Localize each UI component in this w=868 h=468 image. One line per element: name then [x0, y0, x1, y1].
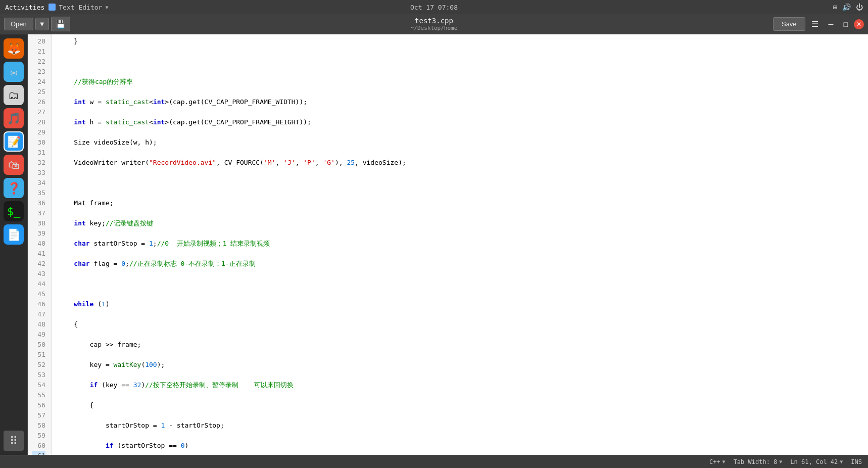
code-line-37: if (key == 32)//按下空格开始录制、暂停录制 可以来回切换	[58, 380, 862, 390]
editor-area[interactable]: 20 21 22 23 24 25 26 27 28 29 30 31 32 3…	[28, 34, 868, 455]
open-button[interactable]: Open	[4, 18, 33, 30]
sidebar-item-text-editor[interactable]: 📝	[4, 131, 24, 152]
line-num-21: 21	[32, 46, 45, 57]
code-line-20: }	[58, 36, 862, 46]
open-button-label: Open	[11, 20, 27, 28]
line-num-39: 39	[32, 228, 45, 239]
status-bar: C++ ▼ Tab Width: 8 ▼ Ln 61, Col 42 ▼ INS	[0, 455, 868, 468]
line-num-43: 43	[32, 269, 45, 279]
system-bar: Activities Text Editor ▼ Oct 17 07:08 ⊞ …	[0, 0, 868, 14]
tab-width-dropdown-arrow: ▼	[779, 459, 782, 464]
line-num-46: 46	[32, 299, 45, 309]
line-num-22: 22	[32, 57, 45, 67]
file-title: test3.cpp	[411, 17, 458, 25]
sidebar: 🦊 ✉ 🗂 🎵 📝 🛍 ❓ $_ 📄 ⠿	[0, 34, 28, 455]
line-num-58: 58	[32, 420, 45, 431]
power-icon[interactable]: ⏻	[856, 3, 863, 11]
line-num-37: 37	[32, 208, 45, 218]
line-num-31: 31	[32, 148, 45, 158]
line-num-57: 57	[32, 410, 45, 420]
line-num-50: 50	[32, 340, 45, 350]
code-area[interactable]: } //获得cap的分辨率 int w = static_cast<int>(c…	[52, 34, 868, 455]
system-bar-left: Activities Text Editor ▼	[5, 4, 108, 11]
sidebar-item-mail[interactable]: ✉	[4, 62, 24, 82]
code-line-21	[58, 57, 862, 67]
sidebar-item-store[interactable]: 🛍	[4, 155, 24, 175]
sidebar-item-writer[interactable]: 📄	[4, 224, 24, 245]
toolbar-left: Open ▼ 💾	[4, 17, 70, 31]
position-dropdown-arrow: ▼	[840, 459, 843, 464]
line-num-47: 47	[32, 309, 45, 319]
code-line-25: Size videoSize(w, h);	[58, 137, 862, 148]
tab-width-selector[interactable]: Tab Width: 8 ▼	[734, 458, 783, 465]
line-num-30: 30	[32, 137, 45, 148]
activities-button[interactable]: Activities	[5, 4, 44, 11]
line-num-35: 35	[32, 188, 45, 198]
toolbar-right: Save ☰ ─ □ ✕	[773, 17, 864, 31]
minimize-button[interactable]: ─	[825, 18, 838, 31]
tab-width-label: Tab Width: 8	[734, 458, 778, 465]
language-label: C++	[709, 458, 720, 465]
code-line-30: char startOrStop = 1;//0 开始录制视频；1 结束录制视频	[58, 239, 862, 249]
app-title-arrow[interactable]: ▼	[105, 5, 108, 10]
line-num-53: 53	[32, 370, 45, 380]
code-line-23: int w = static_cast<int>(cap.get(CV_CAP_…	[58, 97, 862, 107]
line-num-42: 42	[32, 259, 45, 269]
maximize-button[interactable]: □	[840, 18, 852, 31]
line-num-32: 32	[32, 158, 45, 168]
line-num-38: 38	[32, 218, 45, 228]
line-num-23: 23	[32, 67, 45, 77]
line-numbers: 20 21 22 23 24 25 26 27 28 29 30 31 32 3…	[28, 34, 52, 455]
close-button[interactable]: ✕	[854, 19, 864, 29]
code-line-39: startOrStop = 1 - startOrStop;	[58, 420, 862, 431]
line-num-20: 20	[32, 36, 45, 46]
line-num-25: 25	[32, 87, 45, 97]
line-num-41: 41	[32, 249, 45, 259]
save-to-disk-button[interactable]: 💾	[51, 17, 70, 31]
save-button[interactable]: Save	[773, 17, 805, 31]
sidebar-item-files[interactable]: 🗂	[4, 85, 24, 105]
code-line-33: while (1)	[58, 299, 862, 309]
line-num-61: 61	[32, 451, 45, 455]
line-num-60: 60	[32, 441, 45, 451]
system-tray: ⊞ 🔊 ⏻	[833, 3, 863, 11]
main-layout: 🦊 ✉ 🗂 🎵 📝 🛍 ❓ $_ 📄 ⠿ 20 21 22 23 24 25 2…	[0, 34, 868, 455]
audio-icon[interactable]: 🔊	[842, 3, 851, 11]
app-toolbar: Open ▼ 💾 test3.cpp ~/Desktop/home Save ☰…	[0, 14, 868, 34]
hamburger-menu-button[interactable]: ☰	[807, 17, 823, 31]
sidebar-item-firefox[interactable]: 🦊	[4, 38, 24, 59]
code-line-31: char flag = 0;//正在录制标志 0-不在录制；1-正在录制	[58, 259, 862, 269]
line-num-52: 52	[32, 360, 45, 370]
network-icon[interactable]: ⊞	[833, 3, 837, 11]
code-line-35: cap >> frame;	[58, 340, 862, 350]
code-line-38: {	[58, 400, 862, 410]
sidebar-item-help[interactable]: ❓	[4, 178, 24, 198]
line-num-55: 55	[32, 390, 45, 400]
datetime-display: Oct 17 07:08	[410, 4, 458, 11]
line-num-45: 45	[32, 289, 45, 299]
code-line-29: int key;//记录键盘按键	[58, 218, 862, 228]
code-line-40: if (startOrStop == 0)	[58, 441, 862, 451]
language-selector[interactable]: C++ ▼	[709, 458, 726, 465]
open-dropdown-button[interactable]: ▼	[35, 18, 49, 30]
line-num-44: 44	[32, 279, 45, 289]
line-num-56: 56	[32, 400, 45, 410]
insert-mode-label: INS	[851, 458, 862, 465]
code-line-27	[58, 178, 862, 188]
code-line-22: //获得cap的分辨率	[58, 77, 862, 87]
line-num-29: 29	[32, 127, 45, 137]
cursor-position: Ln 61, Col 42 ▼	[790, 458, 843, 465]
line-num-48: 48	[32, 319, 45, 330]
app-title-label: Text Editor	[59, 4, 102, 11]
code-line-32	[58, 279, 862, 289]
editor-content: 20 21 22 23 24 25 26 27 28 29 30 31 32 3…	[28, 34, 868, 455]
code-line-28: Mat frame;	[58, 198, 862, 208]
code-line-24: int h = static_cast<int>(cap.get(CV_CAP_…	[58, 117, 862, 127]
sidebar-item-terminal[interactable]: $_	[4, 201, 24, 221]
sidebar-item-apps[interactable]: ⠿	[4, 431, 24, 451]
line-num-59: 59	[32, 431, 45, 441]
sidebar-item-music[interactable]: 🎵	[4, 108, 24, 128]
line-num-34: 34	[32, 178, 45, 188]
line-num-24: 24	[32, 77, 45, 87]
code-line-34: {	[58, 319, 862, 330]
